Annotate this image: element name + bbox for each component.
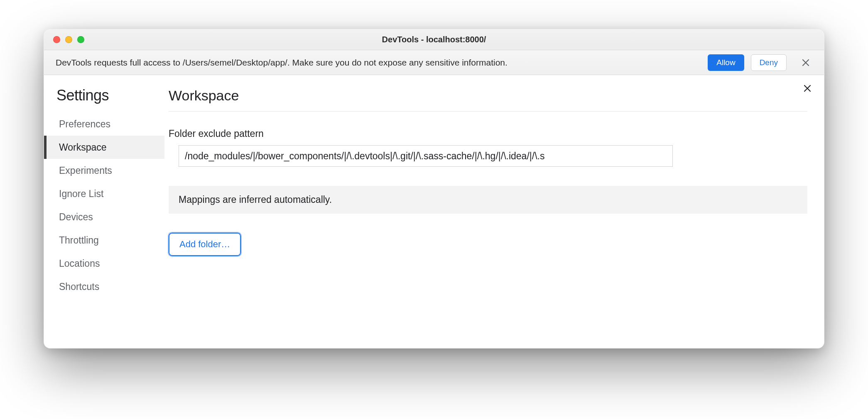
allow-button[interactable]: Allow — [708, 54, 744, 71]
sidebar-item-label: Locations — [59, 258, 100, 269]
permission-infobar: DevTools requests full access to /Users/… — [44, 50, 824, 75]
sidebar-item-label: Workspace — [59, 142, 107, 153]
sidebar-item-label: Preferences — [59, 119, 110, 130]
sidebar-item-experiments[interactable]: Experiments — [44, 159, 164, 182]
sidebar-item-label: Ignore List — [59, 188, 103, 200]
window-zoom-button[interactable] — [77, 36, 84, 43]
settings-panel: Settings Preferences Workspace Experimen… — [44, 75, 824, 348]
sidebar-item-label: Throttling — [59, 235, 99, 246]
permission-message: DevTools requests full access to /Users/… — [56, 58, 701, 68]
infobar-close-icon[interactable] — [797, 54, 814, 71]
window-close-button[interactable] — [53, 36, 60, 43]
sidebar-item-ignore-list[interactable]: Ignore List — [44, 182, 164, 205]
mappings-note: Mappings are inferred automatically. — [169, 186, 807, 214]
devtools-window: DevTools - localhost:8000/ DevTools requ… — [44, 29, 824, 348]
sidebar-item-locations[interactable]: Locations — [44, 252, 164, 275]
titlebar: DevTools - localhost:8000/ — [44, 29, 824, 50]
sidebar-item-label: Devices — [59, 212, 93, 223]
settings-title: Settings — [44, 87, 164, 112]
traffic-lights — [44, 36, 84, 43]
sidebar-item-shortcuts[interactable]: Shortcuts — [44, 275, 164, 298]
window-minimize-button[interactable] — [65, 36, 72, 43]
exclude-pattern-label: Folder exclude pattern — [169, 128, 807, 139]
sidebar-item-preferences[interactable]: Preferences — [44, 112, 164, 136]
sidebar-item-label: Shortcuts — [59, 281, 99, 292]
window-title: DevTools - localhost:8000/ — [44, 35, 824, 44]
add-folder-button[interactable]: Add folder… — [169, 233, 241, 256]
sidebar-item-label: Experiments — [59, 165, 112, 176]
sidebar-item-throttling[interactable]: Throttling — [44, 229, 164, 252]
sidebar-item-devices[interactable]: Devices — [44, 205, 164, 229]
settings-close-icon[interactable] — [800, 81, 815, 96]
deny-button[interactable]: Deny — [751, 54, 787, 71]
page-title: Workspace — [169, 88, 807, 112]
settings-sidebar: Settings Preferences Workspace Experimen… — [44, 75, 164, 348]
exclude-pattern-input[interactable] — [179, 145, 673, 167]
settings-main: Workspace Folder exclude pattern Mapping… — [164, 75, 824, 348]
sidebar-item-workspace[interactable]: Workspace — [44, 136, 164, 159]
